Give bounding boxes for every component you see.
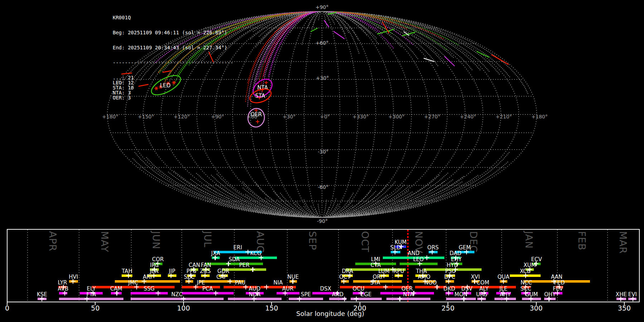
meteor-segment bbox=[324, 20, 329, 27]
month-boundary-MAY bbox=[79, 230, 79, 302]
peak-marker-ARI bbox=[142, 279, 146, 284]
x-tick-50: 50 bbox=[91, 304, 99, 312]
summary-count-row: OER: 3 bbox=[113, 95, 233, 100]
longitude-label: +30° bbox=[283, 114, 296, 119]
month-boundary-MAR bbox=[607, 230, 608, 302]
month-label-APR: APR bbox=[48, 231, 58, 252]
month-label-MAR: MAR bbox=[618, 231, 628, 254]
longitude-label: +270° bbox=[424, 114, 440, 119]
shower-label-PER: PER bbox=[239, 263, 249, 268]
shower-label-STA: STA bbox=[370, 280, 380, 286]
shower-label-SPE: SPE bbox=[301, 292, 311, 297]
peak-marker-JIP bbox=[169, 273, 174, 278]
peak-marker-MON bbox=[462, 297, 466, 301]
latitude-label: +90° bbox=[316, 4, 329, 10]
ellipse-label: STA bbox=[255, 93, 265, 99]
session-info-block: KR001Q Beg: 20251109 09:46:11 (sol = 226… bbox=[113, 5, 233, 105]
shower-label-SSG: SSG bbox=[143, 286, 155, 292]
shower-bar-PCA bbox=[182, 292, 234, 294]
longitude-label: +180° bbox=[531, 114, 547, 119]
shower-bar-JMC bbox=[92, 286, 175, 288]
peak-marker-SZC bbox=[186, 279, 191, 284]
shower-label-ARD: ARD bbox=[332, 292, 343, 297]
shower-bar-NTA bbox=[386, 298, 430, 300]
peak-marker-NTA bbox=[397, 297, 402, 301]
x-tick-100: 100 bbox=[177, 304, 190, 312]
peak-marker-AUR bbox=[283, 291, 287, 296]
session-begin: Beg: 20251109 09:46:11 (sol = 226.89°) bbox=[113, 30, 233, 35]
shower-bar-STA bbox=[340, 286, 411, 288]
shower-label-NIA: NIA bbox=[273, 280, 283, 286]
month-boundary-NOV bbox=[392, 230, 393, 302]
peak-marker-JEA bbox=[152, 273, 156, 278]
month-label-MAY: MAY bbox=[100, 231, 109, 252]
latitude-label: +60° bbox=[316, 40, 329, 46]
radiant-sky-map: LEONTASTAOER+180°+150°+120°+90°+60°+30°+… bbox=[0, 0, 644, 229]
peak-marker-PER bbox=[250, 267, 255, 272]
separator-line: ---------------------------------------- bbox=[113, 60, 233, 65]
shower-label-CAP: CAP bbox=[216, 274, 227, 280]
peak-marker-URS bbox=[479, 297, 484, 301]
peak-marker-NDA bbox=[252, 297, 257, 301]
peak-marker-CAP bbox=[228, 279, 232, 284]
shower-bar-NZC bbox=[131, 298, 224, 300]
latitude-label: -60° bbox=[318, 184, 328, 190]
shower-ellipse-STA: STA bbox=[248, 86, 273, 105]
peak-marker-KSE bbox=[40, 297, 44, 301]
peak-marker-SLD bbox=[393, 250, 397, 254]
peak-marker-HVI bbox=[71, 279, 75, 284]
peak-marker-AVB bbox=[63, 291, 67, 296]
meteor-segment bbox=[334, 31, 344, 39]
peak-marker-ARD bbox=[342, 297, 347, 301]
peak-marker-XHE bbox=[619, 297, 623, 301]
shower-bar-JPE bbox=[182, 286, 220, 288]
peak-marker-STA bbox=[383, 285, 388, 289]
shower-bar-SDA bbox=[205, 263, 263, 265]
peak-marker-EGE bbox=[354, 297, 358, 301]
shower-label-DSX: DSX bbox=[320, 286, 331, 292]
meteor-segment bbox=[311, 28, 317, 31]
summary-count-row: ...: 21 bbox=[113, 75, 233, 80]
latitude-label: -30° bbox=[318, 149, 328, 155]
peak-marker-FEV bbox=[555, 291, 560, 296]
shower-label-AND: AND bbox=[408, 251, 420, 256]
shower-label-ERI: ERI bbox=[233, 245, 242, 250]
peak-marker-DKD bbox=[446, 291, 451, 296]
peak-marker-JMC bbox=[134, 285, 139, 289]
longitude-label: +60° bbox=[247, 114, 260, 119]
latitude-label: -90° bbox=[317, 218, 328, 224]
longitude-label: +150° bbox=[138, 114, 154, 119]
peak-marker-NOO bbox=[435, 285, 439, 289]
peak-marker-OCT bbox=[342, 279, 346, 284]
peak-marker-QUA bbox=[501, 279, 506, 284]
peak-marker-ERI bbox=[245, 250, 250, 254]
peak-marker-NUE bbox=[291, 279, 295, 284]
month-boundary-APR bbox=[27, 230, 28, 302]
peak-marker-CAM bbox=[114, 291, 119, 296]
longitude-label: +210° bbox=[496, 114, 512, 119]
longitude-label: +330° bbox=[352, 114, 369, 119]
peak-marker-AHY bbox=[504, 297, 509, 301]
peak-marker-NIA bbox=[264, 285, 269, 289]
peak-marker-XCB bbox=[523, 273, 528, 278]
meteor-station-report: { "header": { "station": "KR001Q", "beg_… bbox=[0, 0, 644, 322]
meteor-segment bbox=[445, 57, 454, 66]
peak-marker-GUM bbox=[528, 297, 533, 301]
shower-bar-AUR bbox=[277, 292, 299, 294]
x-tick-150: 150 bbox=[265, 304, 278, 312]
peak-marker-JXA bbox=[213, 255, 218, 260]
month-label-JUL: JUL bbox=[203, 231, 213, 248]
month-boundary-JUN bbox=[131, 230, 132, 302]
peak-marker-SSG bbox=[156, 291, 160, 296]
month-boundary-AUG bbox=[234, 230, 235, 302]
peak-marker-SDA bbox=[226, 262, 231, 266]
shower-label-EGE: EGE bbox=[361, 292, 372, 297]
summary-count-row: STA: 10 bbox=[113, 85, 233, 90]
peak-marker-ZCS bbox=[203, 273, 207, 278]
peak-marker-JPE bbox=[194, 285, 198, 289]
shower-bar-SSG bbox=[131, 292, 168, 294]
latitude-label: +30° bbox=[316, 75, 329, 81]
shower-label-CTA: CTA bbox=[371, 263, 381, 268]
month-label-SEP: SEP bbox=[308, 231, 317, 250]
station-code: KR001Q bbox=[113, 15, 233, 20]
